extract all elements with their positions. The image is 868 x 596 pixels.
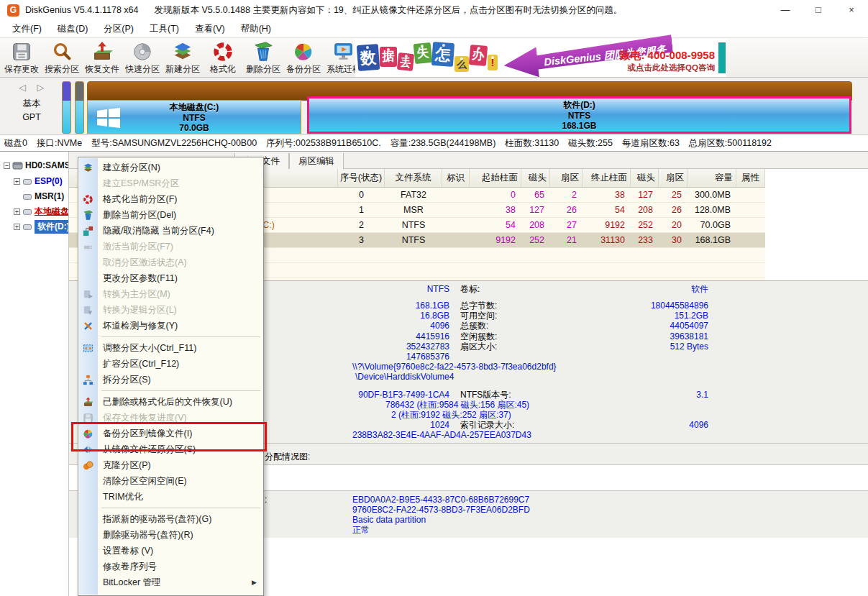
menu-item-set-volume-label[interactable]: 设置卷标 (V) bbox=[78, 543, 263, 559]
menu-file[interactable]: 文件(F) bbox=[4, 20, 50, 37]
app-logo-icon: G bbox=[7, 4, 19, 17]
detail-value: 3.1 bbox=[568, 390, 708, 400]
header-end-sector[interactable]: 扇区 bbox=[659, 169, 687, 187]
menu-view[interactable]: 查看(V) bbox=[187, 20, 233, 37]
partition-icon bbox=[22, 178, 32, 185]
format-button[interactable]: 格式化 bbox=[203, 39, 243, 77]
clone-partition-icon bbox=[78, 459, 98, 472]
header-start-head[interactable]: 磁头 bbox=[521, 169, 550, 187]
detail-label: 卷标: bbox=[460, 284, 575, 294]
new-partition-icon bbox=[78, 161, 98, 174]
recover-files-icon bbox=[78, 395, 98, 408]
detail-value: 786432 (柱面:9584 磁头:156 扇区:45) bbox=[385, 400, 529, 410]
detail-value: 2 (柱面:9192 磁头:252 扇区:37) bbox=[391, 410, 511, 420]
new-partition-icon bbox=[172, 41, 193, 63]
menu-item-recover-files[interactable]: 已删除或格式化后的文件恢复(U) bbox=[78, 394, 263, 410]
menu-item-wipe-free-space[interactable]: 清除分区空闲空间(E) bbox=[78, 473, 263, 489]
menu-item-split-partition[interactable]: 拆分分区(S) bbox=[78, 372, 263, 388]
menu-help[interactable]: 帮助(H) bbox=[233, 20, 279, 37]
menu-item-deactivate-partition: 取消分区激活状态(A) bbox=[78, 255, 263, 270]
menu-partition[interactable]: 分区(P) bbox=[96, 20, 142, 37]
tree-item-msr[interactable]: MSR(1) bbox=[22, 190, 64, 203]
tree-item-esp[interactable]: + ESP(0) bbox=[14, 175, 63, 188]
menu-item-delete-partition[interactable]: 删除当前分区(Del) bbox=[78, 207, 263, 223]
menu-item-change-volume-serial[interactable]: 修改卷序列号 bbox=[78, 559, 263, 574]
recover-files-button[interactable]: 恢复文件 bbox=[82, 39, 122, 77]
menu-item-format-partition[interactable]: 格式化当前分区(F) bbox=[78, 191, 263, 207]
banner-qq-link[interactable]: 或点击此处选择QQ咨询 bbox=[607, 63, 715, 73]
annotation-highlight-box bbox=[71, 422, 267, 451]
header-start-cylinder[interactable]: 起始柱面 bbox=[470, 169, 521, 187]
tree-item-hd0[interactable]: − HD0:SAMS bbox=[4, 159, 69, 172]
detail-label: NTFS版本号: bbox=[460, 390, 575, 400]
update-notice: 发现新版本 V5.5.0.1488 主要更新内容如下：19、纠正从镜像文件还原分… bbox=[155, 4, 623, 17]
header-attribute[interactable]: 属性 bbox=[736, 169, 765, 187]
save-icon bbox=[11, 41, 32, 63]
windows-logo-icon bbox=[96, 107, 121, 129]
detail-value: 512 Bytes bbox=[568, 341, 708, 352]
menu-item-resize-partition[interactable]: 调整分区大小(Ctrl_F11) bbox=[78, 340, 263, 356]
menu-item-hide-partition[interactable]: 隐藏/取消隐藏 当前分区(F4) bbox=[78, 223, 263, 239]
menu-item-create-esp-msr: 建立ESP/MSR分区 bbox=[78, 175, 263, 191]
title-bar: G DiskGenius V5.4.1.1178 x64 发现新版本 V5.5.… bbox=[0, 0, 868, 20]
delete-partition-button[interactable]: 删除分区 bbox=[243, 39, 283, 77]
partition-context-menu: 建立新分区(N) 建立ESP/MSR分区 格式化当前分区(F) 删除当前分区(D… bbox=[78, 157, 264, 596]
menu-item-bad-track-check[interactable]: 坏道检测与修复(Y) bbox=[78, 318, 263, 334]
header-index-status[interactable]: 序号(状态) bbox=[338, 169, 385, 187]
partition-status: 正常 bbox=[352, 525, 370, 535]
backup-partition-button[interactable]: 备份分区 bbox=[283, 39, 324, 77]
detail-value: 151.2GB bbox=[568, 311, 708, 321]
header-start-sector[interactable]: 扇区 bbox=[550, 169, 583, 187]
search-icon bbox=[51, 41, 73, 63]
expand-icon[interactable]: + bbox=[14, 224, 20, 230]
tree-item-software-d-selected[interactable]: + 软件(D:) bbox=[14, 220, 69, 233]
backup-partition-icon bbox=[293, 41, 314, 63]
menu-item-new-partition[interactable]: 建立新分区(N) bbox=[78, 160, 263, 175]
ad-banner[interactable]: 数据丢失怎么办! DiskGenius 团队为您服务 致电: 400-008-9… bbox=[355, 39, 726, 77]
maximize-button[interactable]: □ bbox=[802, 0, 835, 20]
partition-d-fs: NTFS bbox=[309, 111, 849, 122]
menu-item-bitlocker-manage[interactable]: BitLocker 管理 ▶ bbox=[78, 574, 263, 590]
header-filesystem[interactable]: 文件系统 bbox=[385, 169, 442, 187]
new-partition-button[interactable]: 新建分区 bbox=[163, 39, 203, 77]
menu-tools[interactable]: 工具(T) bbox=[142, 20, 187, 37]
partition-d-size: 168.1GB bbox=[309, 121, 849, 132]
save-changes-button[interactable]: 保存更改 bbox=[1, 39, 42, 77]
tree-item-local-disk-c[interactable]: + 本地磁盘 bbox=[14, 205, 69, 218]
tab-sector-edit[interactable]: 扇区编辑 bbox=[289, 153, 344, 169]
expand-icon[interactable]: + bbox=[14, 178, 20, 185]
header-end-head[interactable]: 磁头 bbox=[631, 169, 659, 187]
expand-icon[interactable]: + bbox=[14, 208, 20, 215]
esp-partition-bar[interactable] bbox=[62, 81, 71, 134]
header-capacity[interactable]: 容量 bbox=[687, 169, 736, 187]
minimize-button[interactable]: — bbox=[769, 0, 802, 20]
menu-separator bbox=[78, 505, 263, 511]
menu-item-extend-partition[interactable]: 扩容分区(Ctrl_F12) bbox=[78, 356, 263, 372]
menu-item-trim-optimize[interactable]: TRIM优化 bbox=[78, 489, 263, 505]
menu-item-assign-drive-letter[interactable]: 指派新的驱动器号(盘符)(G) bbox=[78, 511, 263, 527]
header-end-cylinder[interactable]: 终止柱面 bbox=[583, 169, 631, 187]
detail-label: 总簇数: bbox=[460, 321, 575, 331]
menu-item-remove-drive-letter[interactable]: 删除驱动器号(盘符)(R) bbox=[78, 527, 263, 543]
convert-logical-icon bbox=[78, 303, 98, 316]
resize-partition-icon bbox=[78, 341, 98, 354]
quick-partition-button[interactable]: 快速分区 bbox=[122, 39, 163, 77]
device-path: \Device\HarddiskVolume4 bbox=[355, 372, 454, 382]
header-flag[interactable]: 标识 bbox=[442, 169, 470, 187]
msr-partition-bar[interactable] bbox=[75, 81, 84, 134]
menu-item-change-parameters[interactable]: 更改分区参数(F11) bbox=[78, 270, 263, 286]
partition-table-type-label: GPT bbox=[13, 112, 50, 122]
disk-info-line: 磁盘0 接口:NVMe 型号:SAMSUNGMZVL2256HCHQ-00B00… bbox=[0, 135, 868, 152]
disk-nav-arrows[interactable]: ◁ ▷ bbox=[19, 82, 49, 93]
convert-primary-icon bbox=[78, 288, 98, 301]
partition-bar-d-selected[interactable]: 软件(D:) NTFS 168.1GB bbox=[307, 96, 851, 134]
collapse-icon[interactable]: − bbox=[4, 162, 10, 169]
menu-disk[interactable]: 磁盘(D) bbox=[50, 20, 96, 37]
search-partition-button[interactable]: 搜索分区 bbox=[42, 39, 82, 77]
banner-teal-tag bbox=[718, 42, 726, 73]
menu-item-clone-partition[interactable]: 克隆分区(P) bbox=[78, 457, 263, 473]
partition-bar-c[interactable]: 本地磁盘(C:) NTFS 70.0GB bbox=[87, 100, 301, 134]
close-button[interactable]: × bbox=[835, 0, 868, 20]
allocation-map-label: 分配情况图: bbox=[265, 451, 310, 463]
format-icon bbox=[212, 41, 234, 63]
